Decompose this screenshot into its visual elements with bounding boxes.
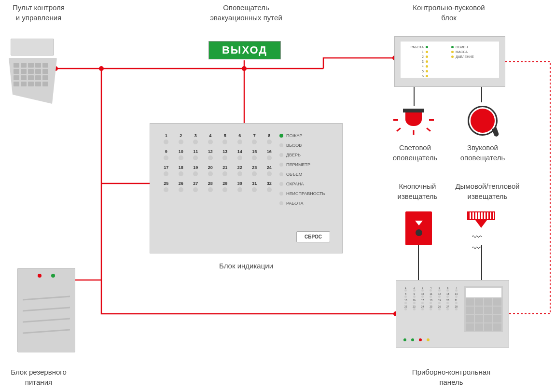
zone-7: 7 <box>248 133 261 144</box>
zone-2: 2 <box>175 133 188 144</box>
panel-zone-14: 14 <box>453 293 460 298</box>
panel-zone-13: 13 <box>444 293 451 298</box>
status-ПЕРИМЕТР: ПЕРИМЕТР <box>279 162 333 167</box>
panel-zone-19: 19 <box>436 299 443 304</box>
zone-1: 1 <box>160 133 173 144</box>
zone-31: 31 <box>248 181 261 192</box>
zone-3: 3 <box>189 133 202 144</box>
status-ОХРАНА: ОХРАНА <box>279 182 333 186</box>
zone-4: 4 <box>204 133 217 144</box>
panel-zone-26: 26 <box>436 305 443 310</box>
sound-annunciator-icon <box>463 101 502 140</box>
panel-zone-25: 25 <box>427 305 434 310</box>
keypad-keys-icon <box>14 63 48 86</box>
reset-button[interactable]: СБРОС <box>296 231 330 242</box>
zone-16: 16 <box>263 149 276 160</box>
zone-24: 24 <box>263 165 276 176</box>
manual-callpoint-icon <box>405 211 432 245</box>
label-ups: Блок резервногопитания <box>0 367 77 387</box>
label-keypad: Пульт контроляи управления <box>5 2 72 23</box>
panel-zone-17: 17 <box>419 299 426 304</box>
panel-status-leds <box>403 338 430 341</box>
label-panel: Приборно-контрольнаяпанель <box>396 367 507 387</box>
zone-11: 11 <box>189 149 202 160</box>
zone-29: 29 <box>219 181 232 192</box>
label-indication: Блок индикации <box>212 261 280 271</box>
zone-5: 5 <box>219 133 232 144</box>
panel-zone-12: 12 <box>436 293 443 298</box>
zone-12: 12 <box>204 149 217 160</box>
panel-zone-2: 2 <box>410 286 417 292</box>
zone-20: 20 <box>204 165 217 176</box>
zone-28: 28 <box>204 181 217 192</box>
zone-19: 19 <box>189 165 202 176</box>
zone-30: 30 <box>234 181 247 192</box>
panel-zone-5: 5 <box>436 286 443 292</box>
panel-zone-6: 6 <box>444 286 451 292</box>
zone-15: 15 <box>248 149 261 160</box>
panel-zone-10: 10 <box>419 293 426 298</box>
exit-sign: ВЫХОД <box>208 41 281 59</box>
svg-point-3 <box>242 66 247 71</box>
svg-point-1 <box>99 66 104 71</box>
light-annunciator-icon <box>394 104 433 138</box>
zone-9: 9 <box>160 149 173 160</box>
zone-25: 25 <box>160 181 173 192</box>
zone-8: 8 <box>263 133 276 144</box>
zone-21: 21 <box>219 165 232 176</box>
status-ОБЪЕМ: ОБЪЕМ <box>279 172 333 177</box>
zone-10: 10 <box>175 149 188 160</box>
panel-zone-27: 27 <box>444 305 451 310</box>
label-sound-ann: Звуковойоповещатель <box>454 142 512 163</box>
status-ВЫЗОВ: ВЫЗОВ <box>279 143 333 148</box>
label-detector: Дымовой/тепловойизвещатель <box>449 181 526 201</box>
status-НЕИСПРАВНОСТЬ: НЕИСПРАВНОСТЬ <box>279 191 333 196</box>
indication-block: 1234567891011121314151617181920212223242… <box>150 123 343 253</box>
zone-27: 27 <box>189 181 202 192</box>
zone-32: 32 <box>263 181 276 192</box>
panel-zone-9: 9 <box>410 293 417 298</box>
zone-23: 23 <box>248 165 261 176</box>
panel-zone-8: 8 <box>402 293 409 298</box>
panel-zone-24: 24 <box>419 305 426 310</box>
panel-zone-3: 3 <box>419 286 426 292</box>
status-ДВЕРЬ: ДВЕРЬ <box>279 153 333 157</box>
label-callpoint: Кнопочныйизвещатель <box>386 181 449 201</box>
control-start-block: РАБОТАОБМЕН1МАССА2ДАВЛЕНИЕ3456 <box>394 36 505 87</box>
panel-zone-28: 28 <box>453 305 460 310</box>
panel-zone-18: 18 <box>427 299 434 304</box>
label-ctrl-block: Контрольно-пусковойблок <box>396 2 502 23</box>
label-light-ann: Световойоповещатель <box>386 142 444 163</box>
status-ПОЖАР: ПОЖАР <box>279 133 333 138</box>
zone-18: 18 <box>175 165 188 176</box>
panel-zone-7: 7 <box>453 286 460 292</box>
panel-zone-4: 4 <box>427 286 434 292</box>
zone-13: 13 <box>219 149 232 160</box>
panel-zone-11: 11 <box>427 293 434 298</box>
panel-zone-16: 16 <box>410 299 417 304</box>
panel-zone-22: 22 <box>402 305 409 310</box>
smoke-heat-detector-icon: 〰 〰 <box>467 211 496 245</box>
zone-14: 14 <box>234 149 247 160</box>
exit-sign-text: ВЫХОД <box>222 44 267 56</box>
panel-zone-21: 21 <box>453 299 460 304</box>
panel-zone-20: 20 <box>444 299 451 304</box>
zone-26: 26 <box>175 181 188 192</box>
control-keypad-device <box>9 39 57 106</box>
zone-22: 22 <box>234 165 247 176</box>
panel-zone-23: 23 <box>410 305 417 310</box>
status-РАБОТА: РАБОТА <box>279 201 333 206</box>
control-panel: 1234567891011121314151617181920212223242… <box>396 280 509 348</box>
zone-17: 17 <box>160 165 173 176</box>
panel-keypad-icon <box>464 286 503 332</box>
backup-power-block <box>17 268 75 352</box>
panel-zone-15: 15 <box>402 299 409 304</box>
panel-zone-1: 1 <box>402 286 409 292</box>
label-exit: Оповещательэвакуационных путей <box>198 2 294 23</box>
zone-6: 6 <box>234 133 247 144</box>
